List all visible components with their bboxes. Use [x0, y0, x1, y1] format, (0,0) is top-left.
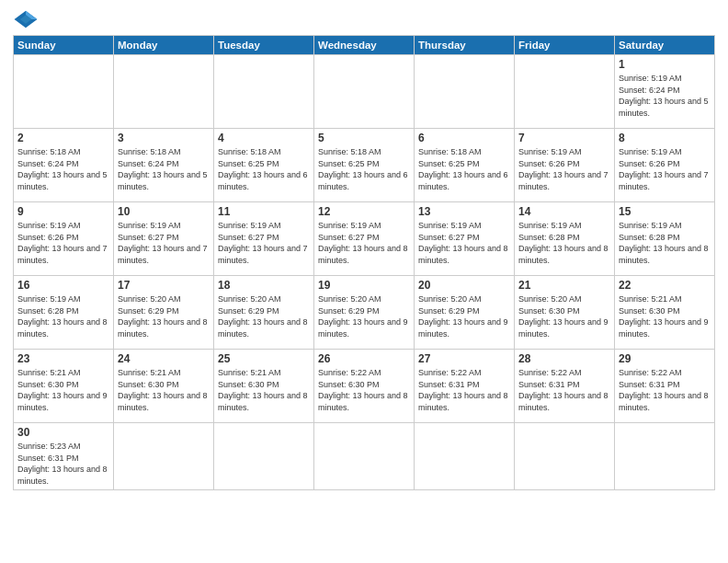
day-number: 6	[418, 132, 510, 144]
day-number: 26	[318, 352, 410, 365]
calendar-cell: 28Sunrise: 5:22 AM Sunset: 6:31 PM Dayli…	[515, 350, 615, 423]
calendar-cell: 19Sunrise: 5:20 AM Sunset: 6:29 PM Dayli…	[314, 276, 415, 350]
day-info: Sunrise: 5:18 AM Sunset: 6:25 PM Dayligh…	[318, 146, 410, 192]
day-info: Sunrise: 5:20 AM Sunset: 6:29 PM Dayligh…	[118, 293, 210, 339]
day-number: 13	[418, 205, 510, 218]
calendar-cell: 1Sunrise: 5:19 AM Sunset: 6:24 PM Daylig…	[615, 55, 715, 129]
day-number: 4	[218, 132, 310, 144]
calendar-cell: 16Sunrise: 5:19 AM Sunset: 6:28 PM Dayli…	[14, 276, 114, 350]
calendar-cell: 10Sunrise: 5:19 AM Sunset: 6:27 PM Dayli…	[114, 202, 214, 276]
day-number: 11	[218, 205, 310, 218]
calendar-cell: 14Sunrise: 5:19 AM Sunset: 6:28 PM Dayli…	[515, 202, 615, 276]
day-number: 23	[17, 352, 109, 365]
calendar-cell	[114, 55, 214, 129]
day-number: 17	[118, 279, 210, 292]
calendar-cell	[314, 423, 415, 490]
calendar-cell	[515, 423, 615, 490]
calendar-cell	[515, 55, 615, 129]
day-info: Sunrise: 5:19 AM Sunset: 6:27 PM Dayligh…	[318, 220, 410, 266]
calendar-cell	[314, 55, 415, 129]
day-number: 19	[318, 279, 410, 292]
calendar-week-3: 16Sunrise: 5:19 AM Sunset: 6:28 PM Dayli…	[14, 276, 715, 350]
day-number: 15	[619, 205, 711, 218]
day-info: Sunrise: 5:22 AM Sunset: 6:30 PM Dayligh…	[318, 367, 410, 413]
day-info: Sunrise: 5:18 AM Sunset: 6:24 PM Dayligh…	[118, 146, 210, 192]
calendar-cell: 11Sunrise: 5:19 AM Sunset: 6:27 PM Dayli…	[214, 202, 314, 276]
calendar-cell: 2Sunrise: 5:18 AM Sunset: 6:24 PM Daylig…	[14, 129, 114, 202]
calendar-cell	[114, 423, 214, 490]
weekday-sunday: Sunday	[14, 36, 114, 55]
calendar-header: SundayMondayTuesdayWednesdayThursdayFrid…	[14, 36, 715, 55]
weekday-monday: Monday	[114, 36, 214, 55]
calendar-cell: 27Sunrise: 5:22 AM Sunset: 6:31 PM Dayli…	[415, 350, 515, 423]
day-number: 3	[118, 132, 210, 144]
day-number: 27	[418, 352, 510, 365]
day-number: 12	[318, 205, 410, 218]
day-info: Sunrise: 5:19 AM Sunset: 6:26 PM Dayligh…	[619, 146, 711, 192]
weekday-tuesday: Tuesday	[214, 36, 314, 55]
calendar-cell	[415, 55, 515, 129]
day-number: 14	[518, 205, 610, 218]
weekday-saturday: Saturday	[615, 36, 715, 55]
logo	[13, 9, 42, 29]
day-number: 25	[218, 352, 310, 365]
calendar-cell: 30Sunrise: 5:23 AM Sunset: 6:31 PM Dayli…	[14, 423, 114, 490]
calendar-cell: 26Sunrise: 5:22 AM Sunset: 6:30 PM Dayli…	[314, 350, 415, 423]
calendar-cell	[14, 55, 114, 129]
day-number: 7	[518, 132, 610, 144]
day-number: 5	[318, 132, 410, 144]
logo-icon	[13, 9, 39, 29]
calendar-cell: 6Sunrise: 5:18 AM Sunset: 6:25 PM Daylig…	[415, 129, 515, 202]
day-info: Sunrise: 5:22 AM Sunset: 6:31 PM Dayligh…	[518, 367, 610, 413]
day-number: 10	[118, 205, 210, 218]
day-number: 28	[518, 352, 610, 365]
weekday-thursday: Thursday	[415, 36, 515, 55]
calendar-cell: 29Sunrise: 5:22 AM Sunset: 6:31 PM Dayli…	[615, 350, 715, 423]
day-number: 1	[619, 58, 711, 71]
day-info: Sunrise: 5:20 AM Sunset: 6:29 PM Dayligh…	[318, 293, 410, 339]
weekday-friday: Friday	[515, 36, 615, 55]
calendar-cell	[415, 423, 515, 490]
calendar-cell	[214, 423, 314, 490]
day-info: Sunrise: 5:20 AM Sunset: 6:30 PM Dayligh…	[518, 293, 610, 339]
day-info: Sunrise: 5:21 AM Sunset: 6:30 PM Dayligh…	[17, 367, 109, 413]
day-info: Sunrise: 5:19 AM Sunset: 6:28 PM Dayligh…	[518, 220, 610, 266]
day-info: Sunrise: 5:18 AM Sunset: 6:25 PM Dayligh…	[418, 146, 510, 192]
day-info: Sunrise: 5:18 AM Sunset: 6:25 PM Dayligh…	[218, 146, 310, 192]
day-number: 18	[218, 279, 310, 292]
calendar-week-2: 9Sunrise: 5:19 AM Sunset: 6:26 PM Daylig…	[14, 202, 715, 276]
calendar-cell: 23Sunrise: 5:21 AM Sunset: 6:30 PM Dayli…	[14, 350, 114, 423]
calendar-cell	[214, 55, 314, 129]
day-number: 9	[17, 205, 109, 218]
day-info: Sunrise: 5:21 AM Sunset: 6:30 PM Dayligh…	[619, 293, 711, 339]
calendar-cell	[615, 423, 715, 490]
day-info: Sunrise: 5:21 AM Sunset: 6:30 PM Dayligh…	[218, 367, 310, 413]
calendar-cell: 22Sunrise: 5:21 AM Sunset: 6:30 PM Dayli…	[615, 276, 715, 350]
calendar-cell: 18Sunrise: 5:20 AM Sunset: 6:29 PM Dayli…	[214, 276, 314, 350]
calendar-cell: 4Sunrise: 5:18 AM Sunset: 6:25 PM Daylig…	[214, 129, 314, 202]
calendar-week-5: 30Sunrise: 5:23 AM Sunset: 6:31 PM Dayli…	[14, 423, 715, 490]
calendar-week-0: 1Sunrise: 5:19 AM Sunset: 6:24 PM Daylig…	[14, 55, 715, 129]
weekday-wednesday: Wednesday	[314, 36, 415, 55]
calendar-cell: 15Sunrise: 5:19 AM Sunset: 6:28 PM Dayli…	[615, 202, 715, 276]
calendar-cell: 25Sunrise: 5:21 AM Sunset: 6:30 PM Dayli…	[214, 350, 314, 423]
day-number: 2	[17, 132, 109, 144]
calendar-cell: 9Sunrise: 5:19 AM Sunset: 6:26 PM Daylig…	[14, 202, 114, 276]
day-info: Sunrise: 5:21 AM Sunset: 6:30 PM Dayligh…	[118, 367, 210, 413]
calendar-cell: 12Sunrise: 5:19 AM Sunset: 6:27 PM Dayli…	[314, 202, 415, 276]
calendar-cell: 7Sunrise: 5:19 AM Sunset: 6:26 PM Daylig…	[515, 129, 615, 202]
day-number: 20	[418, 279, 510, 292]
day-number: 21	[518, 279, 610, 292]
calendar-cell: 21Sunrise: 5:20 AM Sunset: 6:30 PM Dayli…	[515, 276, 615, 350]
day-info: Sunrise: 5:19 AM Sunset: 6:27 PM Dayligh…	[118, 220, 210, 266]
day-info: Sunrise: 5:19 AM Sunset: 6:27 PM Dayligh…	[418, 220, 510, 266]
weekday-header-row: SundayMondayTuesdayWednesdayThursdayFrid…	[14, 36, 715, 55]
day-number: 8	[619, 132, 711, 144]
calendar-week-4: 23Sunrise: 5:21 AM Sunset: 6:30 PM Dayli…	[14, 350, 715, 423]
day-info: Sunrise: 5:19 AM Sunset: 6:28 PM Dayligh…	[619, 220, 711, 266]
day-info: Sunrise: 5:19 AM Sunset: 6:27 PM Dayligh…	[218, 220, 310, 266]
calendar-cell: 24Sunrise: 5:21 AM Sunset: 6:30 PM Dayli…	[114, 350, 214, 423]
day-info: Sunrise: 5:19 AM Sunset: 6:24 PM Dayligh…	[619, 73, 711, 119]
header	[13, 9, 715, 29]
calendar-cell: 13Sunrise: 5:19 AM Sunset: 6:27 PM Dayli…	[415, 202, 515, 276]
